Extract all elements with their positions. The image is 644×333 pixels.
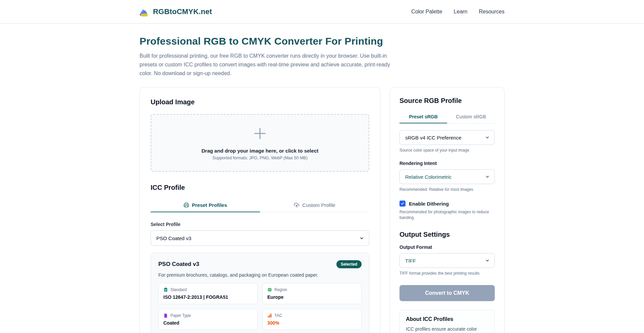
- dithering-row: Enable Dithering: [399, 201, 495, 207]
- chevron-down-icon: [485, 174, 490, 179]
- image-dropzone[interactable]: Drag and drop your image here, or click …: [151, 114, 369, 172]
- dropzone-text: Drag and drop your image here, or click …: [202, 148, 318, 154]
- tile-value-text: ISO 12647-2:2013 | FOGRA51: [163, 294, 253, 300]
- chevron-down-icon: [485, 135, 490, 140]
- tab-label: Preset Profiles: [192, 202, 227, 208]
- about-icc-title: About ICC Profiles: [406, 316, 488, 322]
- detail-tile-paper-type: Paper Type Coated: [158, 309, 258, 330]
- detail-tile-tac: TAC 300%: [262, 309, 362, 330]
- settings-card: Source RGB Profile Preset sRGB Custom sR…: [390, 87, 504, 333]
- profile-card-description: For premium brochures, catalogs, and pac…: [158, 272, 362, 278]
- converter-card: Upload Image Drag and drop your image he…: [140, 87, 380, 333]
- header: RGBtoCMYK.net Color Palette Learn Resour…: [0, 0, 644, 23]
- tab-custom-srgb[interactable]: Custom sRGB: [447, 111, 495, 123]
- profile-detail-card: PSO Coated v3 Selected For premium broch…: [151, 253, 369, 333]
- nav-learn[interactable]: Learn: [454, 9, 468, 15]
- tab-label: Preset sRGB: [409, 114, 438, 119]
- about-icc-text: ICC profiles ensure accurate color repro…: [406, 326, 488, 333]
- paper-icon: [163, 313, 168, 318]
- srgb-profile-hint: Source color space of your input image: [399, 148, 495, 153]
- brand-logo[interactable]: RGBtoCMYK.net: [140, 7, 212, 17]
- detail-tile-standard: Standard ISO 12647-2:2013 | FOGRA51: [158, 283, 258, 304]
- rendering-intent-select[interactable]: Relative Colorimetric: [399, 169, 495, 184]
- brand-name: RGBtoCMYK.net: [153, 7, 212, 16]
- icc-section-title: ICC Profile: [151, 184, 369, 191]
- dithering-label[interactable]: Enable Dithering: [409, 201, 449, 207]
- rendering-intent-label: Rendering Intent: [399, 161, 495, 166]
- page-description: Built for professional printing, our fre…: [140, 52, 396, 78]
- dithering-checkbox[interactable]: [399, 201, 406, 207]
- dithering-hint: Recommended for photographic images to r…: [399, 209, 495, 221]
- nav-color-palette[interactable]: Color Palette: [411, 9, 442, 15]
- chevron-down-icon: [359, 236, 364, 241]
- tab-label: Custom sRGB: [456, 114, 486, 119]
- output-format-value: TIFF: [405, 258, 416, 264]
- tile-label-text: TAC: [274, 313, 282, 318]
- nav-resources[interactable]: Resources: [479, 9, 504, 15]
- output-format-hint: TIFF format provides the best printing r…: [399, 271, 495, 276]
- tab-custom-profile[interactable]: Custom Profile: [260, 198, 369, 212]
- dropzone-hint: Supported formats: JPG, PNG, WebP (Max 5…: [212, 156, 308, 160]
- srgb-profile-value: sRGB v4 ICC Preference: [405, 135, 462, 141]
- main-nav: Color Palette Learn Resources: [411, 9, 504, 15]
- about-icc-card: About ICC Profiles ICC profiles ensure a…: [399, 310, 495, 333]
- tab-preset-srgb[interactable]: Preset sRGB: [399, 111, 447, 123]
- upload-section-title: Upload Image: [151, 98, 369, 106]
- page-title: Professional RGB to CMYK Converter For P…: [140, 36, 504, 47]
- output-format-label: Output Format: [399, 244, 495, 250]
- rendering-intent-value: Relative Colorimetric: [405, 174, 451, 180]
- upload-cloud-icon: [294, 202, 300, 208]
- selected-badge: Selected: [336, 260, 362, 268]
- detail-tile-region: Region Europe: [262, 283, 362, 304]
- icc-tabs: Preset Profiles Custom Profile: [151, 198, 369, 212]
- tile-label-text: Region: [274, 287, 287, 292]
- rendering-intent-hint: Recommended: Relative for most images: [399, 187, 495, 192]
- color-fan-icon: [140, 7, 150, 17]
- output-format-select[interactable]: TIFF: [399, 253, 495, 268]
- bar-chart-icon: [267, 313, 272, 318]
- tile-value-text: Europe: [267, 294, 357, 300]
- tile-label-text: Standard: [170, 287, 187, 292]
- source-rgb-tabs: Preset sRGB Custom sRGB: [399, 111, 495, 123]
- select-profile-label: Select Profile: [151, 222, 369, 227]
- tab-label: Custom Profile: [302, 202, 335, 208]
- chevron-down-icon: [485, 258, 490, 263]
- convert-button[interactable]: Convert to CMYK: [399, 285, 495, 301]
- profile-card-title: PSO Coated v3: [158, 261, 199, 268]
- srgb-profile-select[interactable]: sRGB v4 ICC Preference: [399, 130, 495, 145]
- globe-icon: [267, 287, 272, 292]
- tile-value-text: Coated: [163, 320, 253, 326]
- profile-select[interactable]: PSO Coated v3: [151, 230, 369, 246]
- tab-preset-profiles[interactable]: Preset Profiles: [151, 198, 260, 212]
- output-settings-title: Output Settings: [399, 231, 495, 238]
- clipboard-icon: [163, 287, 168, 292]
- profile-select-value: PSO Coated v3: [156, 235, 191, 241]
- tile-label-text: Paper Type: [170, 313, 191, 318]
- printer-icon: [183, 202, 189, 208]
- source-rgb-title: Source RGB Profile: [399, 97, 495, 105]
- plus-icon: [252, 126, 268, 141]
- tile-value-text: 300%: [267, 320, 357, 326]
